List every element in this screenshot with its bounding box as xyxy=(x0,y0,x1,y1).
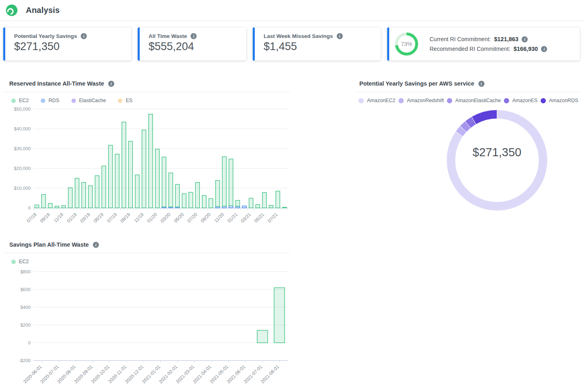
x-tick-label: 01/20 xyxy=(146,212,158,224)
bar-ec2-07/18[interactable] xyxy=(35,205,39,208)
bar-ec2-05/19[interactable] xyxy=(102,166,106,208)
legend-item-elasticache[interactable]: ElastiCache xyxy=(71,98,106,103)
info-icon[interactable]: i xyxy=(478,81,484,87)
bar-ec2-02/19[interactable] xyxy=(82,182,86,208)
bar-ec2-08/18[interactable] xyxy=(42,195,46,208)
kpi-card-label-row: All Time Waste i xyxy=(149,33,237,39)
bar-ec2-06/19[interactable] xyxy=(109,145,113,208)
bar-ec2-04/21[interactable] xyxy=(256,205,260,208)
legend-label: AmazonEC2 xyxy=(367,98,395,103)
bar-ec2-01/19[interactable] xyxy=(75,178,79,208)
info-icon[interactable]: i xyxy=(337,33,343,39)
bar-ec2-09/20[interactable] xyxy=(209,199,213,208)
x-tick-label: 2020-10-01 xyxy=(90,364,110,384)
bar-ec2-10/19[interactable] xyxy=(135,175,139,208)
bar-ec2-11/18[interactable] xyxy=(62,205,66,208)
legend-item-ec2[interactable]: EC2 xyxy=(11,259,29,264)
app-logo-icon[interactable] xyxy=(5,4,19,17)
bar-ec2-07/21[interactable] xyxy=(276,191,280,208)
kpi-card-all-time-waste: All Time Waste i $555,204 xyxy=(138,27,246,61)
kpi-card-last-week-missed-savings: Last Week Missed Savings i $1,455 xyxy=(253,27,381,61)
bar-ec2-05/21[interactable] xyxy=(262,193,266,208)
y-tick-label: $600 xyxy=(20,287,31,292)
y-tick-label: $200 xyxy=(20,323,31,327)
bar-ec2-09/19[interactable] xyxy=(128,141,132,208)
bar-rds-12/20[interactable] xyxy=(229,206,233,208)
info-icon[interactable]: i xyxy=(522,36,528,42)
bar-ec2-03/20[interactable] xyxy=(169,173,173,207)
info-icon[interactable]: i xyxy=(191,33,197,39)
x-tick-label: 05/20 xyxy=(173,212,185,224)
bar-ec2-08/19[interactable] xyxy=(122,122,126,208)
x-tick-label: 03/21 xyxy=(240,212,252,224)
x-tick-label: 11/20 xyxy=(214,212,225,223)
legend-dot xyxy=(447,98,452,103)
bar-ec2-07/19[interactable] xyxy=(115,154,119,208)
bar-ec2-12/19[interactable] xyxy=(149,114,153,208)
bar-ec2-12/18[interactable] xyxy=(68,188,72,208)
bar-ec2-01/20[interactable] xyxy=(155,149,159,208)
legend-item-ec2[interactable]: EC2 xyxy=(11,98,29,103)
legend-item-amazonrds[interactable]: AmazonRDS xyxy=(541,98,578,103)
info-icon[interactable]: i xyxy=(108,81,114,87)
bar-ec2-09/18[interactable] xyxy=(48,203,52,208)
chart-title: Potential Yearly Savings per AWS service xyxy=(359,80,474,87)
bar-ec2-11/20[interactable] xyxy=(222,157,226,206)
bar-ec2-07/20[interactable] xyxy=(195,182,199,208)
current-ri-commitment-label: Current RI Commitment: xyxy=(430,36,491,42)
legend-item-rds[interactable]: RDS xyxy=(41,98,59,103)
ri-utilization-ring: 73% xyxy=(395,32,418,56)
chart-title-row: Potential Yearly Savings per AWS service… xyxy=(356,79,580,88)
y-tick-label: $10,000 xyxy=(14,186,31,191)
x-tick-label: 09/19 xyxy=(120,212,131,224)
y-tick-label: $400 xyxy=(20,305,31,310)
bar-ec2-11/19[interactable] xyxy=(142,130,146,208)
kpi-card-label-row: Last Week Missed Savings i xyxy=(264,33,372,39)
bar-ec2-04/19[interactable] xyxy=(95,176,99,208)
savings-per-service-chart-block: Potential Yearly Savings per AWS service… xyxy=(356,79,580,212)
bar-ec2-02/20[interactable] xyxy=(162,157,166,207)
bar-ec2-03/21[interactable] xyxy=(249,198,253,208)
legend-label: AmazonRDS xyxy=(549,98,578,103)
bar-ec2-06/21[interactable] xyxy=(269,205,273,208)
legend-dot xyxy=(11,260,16,264)
info-icon[interactable]: i xyxy=(93,242,99,248)
bar-ec2-2021-08-01[interactable] xyxy=(274,288,285,343)
legend-dot xyxy=(118,99,122,103)
x-tick-label: 11/18 xyxy=(53,212,64,223)
x-tick-label: 07/18 xyxy=(26,212,38,224)
bar-ec2-05/20[interactable] xyxy=(182,194,186,208)
bar-rds-11/20[interactable] xyxy=(222,206,226,208)
x-tick-label: 03/19 xyxy=(79,212,91,224)
legend-item-es[interactable]: ES xyxy=(118,98,132,103)
bar-ec2-08/20[interactable] xyxy=(202,195,206,208)
legend-item-amazonredshift[interactable]: AmazonRedshift xyxy=(398,98,444,103)
bar-ec2-06/20[interactable] xyxy=(189,192,193,208)
bar-ec2-10/18[interactable] xyxy=(55,206,59,208)
savings-plan-waste-chart-block: Savings Plan All-Time Waste i EC2 $800$6… xyxy=(3,240,290,388)
x-tick-label: 05/19 xyxy=(93,212,105,224)
savings-per-service-legend: AmazonEC2AmazonRedshiftAmazonElastiCache… xyxy=(356,92,580,104)
legend-label: AmazonRedshift xyxy=(407,98,444,103)
info-icon[interactable]: i xyxy=(81,33,87,39)
bar-ec2-01/21[interactable] xyxy=(236,200,240,206)
bar-ec2-10/20[interactable] xyxy=(216,180,220,207)
bar-ec2-03/19[interactable] xyxy=(88,186,92,208)
legend-item-amazonec2[interactable]: AmazonEC2 xyxy=(359,98,395,103)
bar-ec2-12/20[interactable] xyxy=(229,159,233,206)
bar-ec2-2021-07-01[interactable] xyxy=(257,330,268,343)
legend-item-amazonelasticache[interactable]: AmazonElastiCache xyxy=(447,98,501,103)
legend-label: EC2 xyxy=(19,98,29,103)
bar-ec2-08/21[interactable] xyxy=(283,208,287,208)
y-tick-label: $40,000 xyxy=(14,126,31,131)
donut-slice-amazonrds[interactable] xyxy=(472,110,497,124)
bar-ec2-04/20[interactable] xyxy=(175,184,179,207)
info-icon[interactable]: i xyxy=(541,46,547,52)
x-tick-label: 05/21 xyxy=(254,212,265,224)
recommended-ri-commitment-value: $166,930 xyxy=(514,46,538,52)
legend-item-amazones[interactable]: AmazonES xyxy=(504,98,538,103)
y-tick-label: 0 xyxy=(28,340,31,345)
y-tick-label: -$200 xyxy=(19,358,31,363)
bar-rds-02/21[interactable] xyxy=(242,206,246,208)
kpi-card-label: All Time Waste xyxy=(149,33,187,39)
